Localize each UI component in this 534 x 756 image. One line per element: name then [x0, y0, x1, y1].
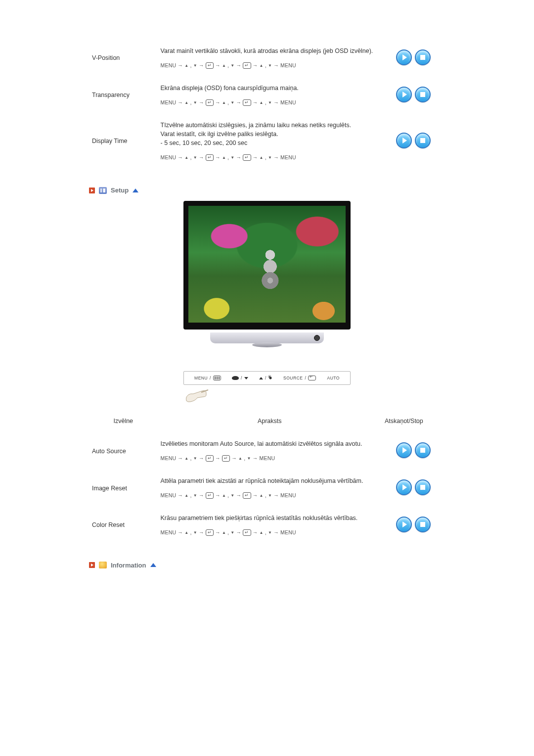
setting-name: Auto Source	[89, 432, 158, 470]
triangle-up-icon	[259, 377, 263, 379]
setting-name: Image Reset	[89, 470, 158, 507]
stop-button[interactable]	[415, 133, 431, 148]
menu-path: MENU → ▲ , ▼ → ↵ → ▲ , ▼ → ↵ → ▲ , ▼ → M…	[161, 98, 379, 107]
setting-row: Auto Source Izvēlieties monitoram Auto S…	[89, 432, 445, 470]
play-button[interactable]	[396, 133, 412, 148]
monitor-preview	[183, 201, 351, 330]
osd-settings-table: V-Position Varat mainīt vertikālo stāvok…	[89, 40, 445, 169]
setup-settings-table: Izvēlne Apraksts Atskaņot/Stop Auto Sour…	[89, 410, 445, 544]
information-icon	[99, 562, 107, 568]
control-panel: MENU / / / SOURCE / AUTO	[183, 371, 351, 385]
stop-button[interactable]	[415, 442, 431, 458]
play-button[interactable]	[396, 87, 412, 102]
stop-button[interactable]	[415, 479, 431, 495]
stop-button[interactable]	[415, 517, 431, 532]
enter-icon	[308, 376, 316, 380]
play-button[interactable]	[396, 479, 412, 495]
setting-description: Izvēlieties monitoram Auto Source, lai a…	[158, 432, 382, 470]
bullet-icon	[89, 188, 95, 193]
panel-auto[interactable]: AUTO	[327, 376, 339, 380]
panel-contrast[interactable]: /	[232, 376, 248, 380]
header-action: Atskaņot/Stop	[382, 410, 445, 432]
cloud-icon	[232, 376, 239, 380]
setting-row: Display Time TIzvēlne automātiski izslēg…	[89, 114, 445, 169]
collapse-arrow-icon[interactable]	[133, 189, 138, 192]
setting-description: Varat mainīt vertikālo stāvokli, kurā at…	[158, 40, 382, 77]
header-menu: Izvēlne	[89, 410, 158, 432]
section-header-information: Information	[89, 562, 445, 569]
setting-name: Transparency	[89, 77, 158, 114]
brightness-icon	[268, 376, 272, 380]
setting-description: Attēla parametri tiek aizstāti ar rūpnīc…	[158, 470, 382, 507]
collapse-arrow-icon[interactable]	[150, 563, 156, 567]
pointing-hand-icon	[183, 386, 213, 404]
setting-name: V-Position	[89, 40, 158, 77]
panel-source[interactable]: SOURCE /	[283, 376, 316, 380]
section-title: Setup	[111, 187, 129, 194]
setting-description: Krāsu parametriem tiek piešķirtas rūpnīc…	[158, 507, 382, 544]
panel-brightness[interactable]: /	[259, 376, 272, 380]
menu-path: MENU → ▲ , ▼ → ↵ → ▲ , ▼ → ↵ → ▲ , ▼ → M…	[161, 491, 379, 500]
monitor-stand	[183, 332, 351, 350]
section-header-setup: Setup	[89, 187, 445, 194]
setting-row: V-Position Varat mainīt vertikālo stāvok…	[89, 40, 445, 77]
header-desc: Apraksts	[158, 410, 382, 432]
menu-path: MENU → ▲ , ▼ → ↵ → ▲ , ▼ → ↵ → ▲ , ▼ → M…	[161, 153, 379, 162]
menu-path: MENU → ▲ , ▼ → ↵ → ▲ , ▼ → ↵ → ▲ , ▼ → M…	[161, 61, 379, 70]
setup-icon	[99, 187, 107, 194]
menu-path: MENU → ▲ , ▼ → ↵ → ↵ → ▲ , ▼ → MENU	[161, 454, 379, 463]
setting-name: Display Time	[89, 114, 158, 169]
table-header-row: Izvēlne Apraksts Atskaņot/Stop	[89, 410, 445, 432]
menu-path: MENU → ▲ , ▼ → ↵ → ▲ , ▼ → ↵ → ▲ , ▼ → M…	[161, 528, 379, 537]
stop-button[interactable]	[415, 49, 431, 65]
bullet-icon	[89, 562, 95, 568]
triangle-down-icon	[244, 377, 248, 379]
stop-button[interactable]	[415, 87, 431, 102]
setting-description: TIzvēlne automātiski izslēgsies, ja zinā…	[158, 114, 382, 169]
play-button[interactable]	[396, 49, 412, 65]
panel-menu[interactable]: MENU /	[194, 376, 221, 380]
play-button[interactable]	[396, 517, 412, 532]
setting-row: Transparency Ekrāna displeja (OSD) fona …	[89, 77, 445, 114]
setting-row: Image Reset Attēla parametri tiek aizstā…	[89, 470, 445, 507]
menu-icon	[213, 376, 221, 380]
setting-description: Ekrāna displeja (OSD) fona caurspīdīguma…	[158, 77, 382, 114]
section-title: Information	[111, 562, 146, 569]
setting-name: Color Reset	[89, 507, 158, 544]
play-button[interactable]	[396, 442, 412, 458]
setting-row: Color Reset Krāsu parametriem tiek piešķ…	[89, 507, 445, 544]
